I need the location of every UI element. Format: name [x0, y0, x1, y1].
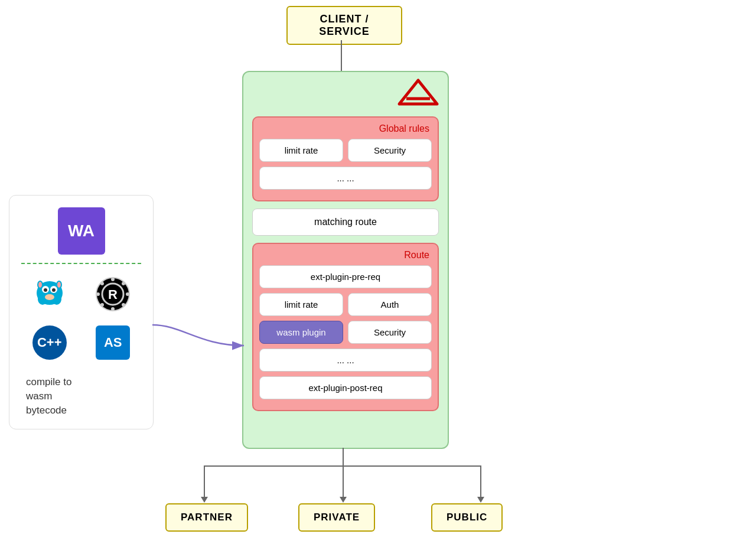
route-ellipsis-box: ... ...	[259, 349, 432, 372]
svg-point-14	[57, 282, 61, 288]
client-service-box: CLIENT / SERVICE	[286, 6, 402, 45]
route-limit-rate-box: limit rate	[259, 293, 343, 316]
as-label: AS	[104, 335, 122, 350]
partner-label: PARTNER	[181, 512, 233, 523]
route-security-box: Security	[348, 321, 432, 344]
svg-point-19	[111, 307, 115, 311]
apisix-logo: APISIX	[395, 78, 442, 108]
global-ellipsis-label: ... ...	[337, 173, 354, 183]
svg-point-24	[100, 303, 104, 307]
svg-point-5	[52, 293, 61, 305]
cpp-label: C++	[37, 335, 62, 350]
svg-point-20	[96, 292, 100, 296]
route-row-4: ... ...	[259, 349, 432, 372]
wasm-arrow-svg	[152, 289, 271, 360]
svg-point-4	[38, 293, 47, 305]
compile-text: compile towasmbytecode	[21, 375, 71, 417]
global-limit-rate-box: limit rate	[259, 139, 343, 162]
svg-point-13	[38, 282, 42, 288]
wasm-plugin-box: wasm plugin	[259, 321, 343, 344]
route-title-text: Route	[404, 250, 429, 260]
matching-route-box: matching route	[252, 209, 439, 236]
private-label: PRIVATE	[314, 512, 360, 523]
route-row-2: limit rate Auth	[259, 293, 432, 316]
global-ellipsis-box: ... ...	[259, 167, 432, 190]
right-vertical-line	[480, 465, 481, 498]
route-auth-label: Auth	[381, 299, 399, 310]
cpp-logo-cell: C++	[21, 322, 78, 363]
svg-text:R: R	[108, 287, 118, 302]
cpp-logo-icon: C++	[32, 325, 67, 360]
rust-logo-icon: R	[95, 276, 131, 312]
matching-route-label: matching route	[314, 217, 377, 227]
route-security-label: Security	[374, 327, 406, 337]
route-box: Route ext-plugin-pre-req limit rate Auth…	[252, 243, 439, 411]
route-ellipsis-label: ... ...	[337, 355, 354, 365]
wa-badge: WA	[58, 207, 105, 255]
svg-point-25	[122, 282, 125, 285]
left-panel: WA	[9, 195, 154, 429]
global-rules-section: Global rules limit rate Security ... ...	[252, 116, 439, 201]
svg-point-10	[45, 294, 54, 300]
center-vertical-line	[343, 465, 344, 498]
global-rules-row-2: ... ...	[259, 167, 432, 190]
public-box: PUBLIC	[431, 503, 503, 532]
svg-marker-0	[399, 80, 437, 104]
ext-pre-req-label: ext-plugin-pre-req	[311, 272, 380, 282]
private-box: PRIVATE	[298, 503, 375, 532]
public-label: PUBLIC	[447, 512, 487, 523]
svg-point-9	[52, 288, 56, 292]
ext-pre-req-box: ext-plugin-pre-req	[259, 265, 432, 288]
svg-point-23	[122, 303, 125, 307]
svg-point-18	[111, 278, 115, 281]
global-security-label: Security	[374, 145, 406, 155]
as-logo-icon: AS	[96, 325, 130, 360]
go-gopher-icon	[32, 276, 67, 312]
logo-grid: R C++	[21, 274, 141, 363]
global-rules-title-text: Global rules	[379, 123, 429, 134]
dashed-separator	[21, 263, 141, 264]
global-limit-rate-label: limit rate	[285, 145, 318, 155]
global-rules-title: Global rules	[259, 123, 432, 134]
wa-label: WA	[68, 222, 94, 240]
route-auth-box: Auth	[348, 293, 432, 316]
ext-post-req-label: ext-plugin-post-req	[308, 383, 382, 393]
global-security-box: Security	[348, 139, 432, 162]
diagram-container: CLIENT / SERVICE APISIX Global rules	[0, 0, 756, 547]
route-limit-rate-label: limit rate	[285, 299, 318, 310]
global-rules-row-1: limit rate Security	[259, 139, 432, 162]
rust-logo-cell: R	[85, 274, 142, 315]
bottom-vertical-arrow	[343, 448, 344, 465]
route-row-3: wasm plugin Security	[259, 321, 432, 344]
svg-point-21	[126, 292, 129, 296]
compile-section: compile towasmbytecode	[21, 370, 141, 417]
svg-point-8	[44, 288, 47, 292]
svg-point-22	[100, 282, 104, 285]
ext-post-req-box: ext-plugin-post-req	[259, 376, 432, 399]
wasm-plugin-label: wasm plugin	[276, 327, 325, 337]
client-to-apisix-arrow	[341, 40, 342, 73]
partner-box: PARTNER	[165, 503, 248, 532]
left-vertical-line	[204, 465, 205, 498]
route-row-5: ext-plugin-post-req	[259, 376, 432, 399]
go-logo-cell	[21, 274, 78, 315]
global-rules-box: Global rules limit rate Security ... ...	[252, 116, 439, 201]
as-logo-cell: AS	[85, 322, 142, 363]
horizontal-line	[204, 465, 480, 467]
client-service-label: CLIENT / SERVICE	[319, 13, 370, 37]
route-title: Route	[259, 250, 432, 261]
apisix-box: APISIX Global rules limit rate Security	[242, 71, 449, 449]
route-row-1: ext-plugin-pre-req	[259, 265, 432, 288]
